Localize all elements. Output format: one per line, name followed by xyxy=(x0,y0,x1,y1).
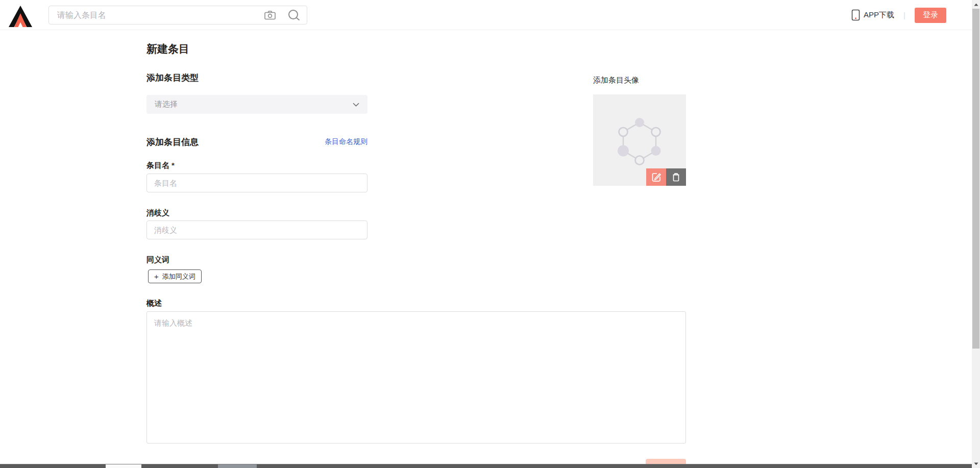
plus-icon: + xyxy=(154,272,159,281)
naming-rules-link[interactable]: 条目命名规则 xyxy=(146,137,368,146)
phone-icon xyxy=(851,9,860,21)
avatar-edit-button[interactable] xyxy=(646,168,666,186)
entry-type-section-heading: 添加条目类型 xyxy=(146,72,199,84)
brand-a-logo-icon xyxy=(8,5,33,28)
camera-search-icon[interactable] xyxy=(259,6,281,24)
scrollbar-arrow-up-icon[interactable] xyxy=(972,0,980,9)
synonym-label: 同义词 xyxy=(146,255,169,265)
app-download-link[interactable]: APP下载 xyxy=(851,9,894,21)
overview-textarea[interactable] xyxy=(146,311,686,444)
avatar-action-buttons xyxy=(646,168,686,186)
required-asterisk: * xyxy=(172,161,175,169)
scrollbar-arrow-down-icon[interactable] xyxy=(972,459,980,468)
entry-type-select-value: 请选择 xyxy=(146,100,353,109)
top-bar: APP下载 | 登录 xyxy=(0,0,972,30)
taskbar-active-segment xyxy=(106,464,141,468)
add-synonym-button[interactable]: + 添加同义词 xyxy=(148,269,202,283)
entry-search-box xyxy=(48,6,307,24)
entry-name-label: 条目名* xyxy=(146,161,175,170)
login-button[interactable]: 登录 xyxy=(915,8,946,23)
chevron-down-icon xyxy=(353,103,359,107)
entry-name-input[interactable] xyxy=(146,174,368,192)
disambiguation-input[interactable] xyxy=(146,220,368,239)
edit-icon xyxy=(651,172,662,182)
molecule-hexagon-icon xyxy=(616,114,663,169)
site-logo[interactable] xyxy=(8,5,33,28)
add-synonym-label: 添加同义词 xyxy=(162,272,195,281)
avatar-delete-button[interactable] xyxy=(666,168,686,186)
taskbar-strip xyxy=(0,464,972,468)
taskbar-segment xyxy=(218,464,257,468)
avatar-section-heading: 添加条目头像 xyxy=(593,76,639,85)
header-divider: | xyxy=(903,11,905,19)
page-title: 新建条目 xyxy=(146,42,189,56)
search-icon[interactable] xyxy=(281,6,307,24)
header-right-group: APP下载 | 登录 xyxy=(851,0,946,30)
overview-label: 概述 xyxy=(146,299,162,308)
disambiguation-label: 消歧义 xyxy=(146,208,169,218)
avatar-upload-box[interactable] xyxy=(593,94,686,186)
scrollbar-thumb[interactable] xyxy=(972,9,979,349)
trash-icon xyxy=(671,172,681,182)
search-input[interactable] xyxy=(49,11,259,20)
entry-name-label-text: 条目名 xyxy=(146,161,169,169)
entry-type-select[interactable]: 请选择 xyxy=(146,95,368,114)
app-download-label: APP下载 xyxy=(864,10,894,20)
vertical-scrollbar[interactable] xyxy=(972,0,980,468)
